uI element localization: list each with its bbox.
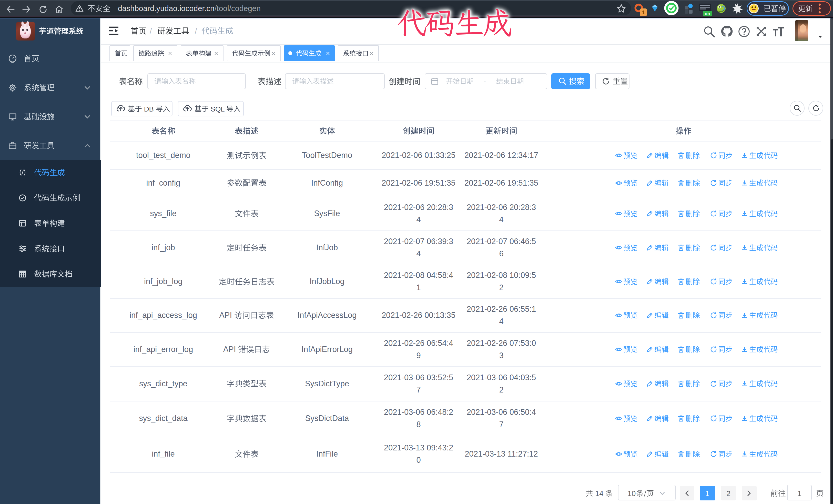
svg-text:1: 1 [642,9,645,16]
svg-text:on: on [705,11,710,16]
